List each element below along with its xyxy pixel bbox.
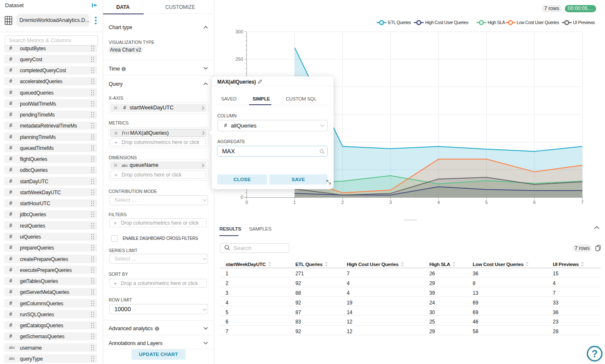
svg-text:0: 0 [241,195,243,200]
svg-text:2: 2 [341,200,344,205]
svg-text:7: 7 [581,200,583,205]
svg-text:1: 1 [293,200,296,205]
svg-text:5: 5 [485,200,488,205]
svg-text:6: 6 [533,200,536,205]
svg-text:3: 3 [389,200,392,205]
svg-text:250: 250 [235,57,243,62]
svg-text:300: 300 [235,29,243,34]
svg-text:0: 0 [245,200,248,205]
svg-text:4: 4 [437,200,440,205]
